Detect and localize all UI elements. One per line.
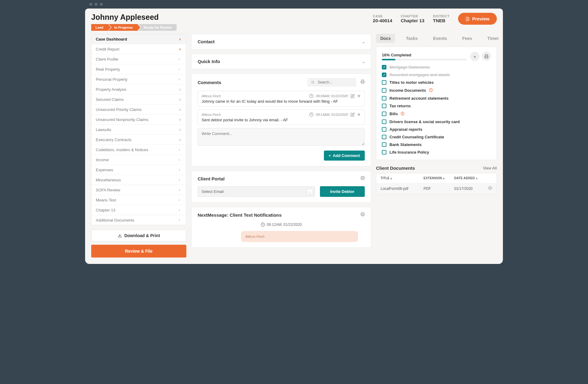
chevron-right-icon: › xyxy=(179,57,180,61)
print-icon xyxy=(484,54,489,59)
col-title-header[interactable]: TITLE◆ xyxy=(381,176,424,180)
stage-in-progress[interactable]: In Progress xyxy=(108,24,138,31)
sidebar-item[interactable]: Executory Contracts›› xyxy=(91,135,186,145)
checkbox[interactable] xyxy=(382,142,386,147)
chevron-right-icon: › xyxy=(179,168,180,172)
checkbox[interactable] xyxy=(382,80,386,85)
print-docs-button[interactable] xyxy=(482,52,491,61)
cell-ext: PDF xyxy=(424,187,454,191)
add-doc-button[interactable]: + xyxy=(470,52,479,61)
doc-checklist-item[interactable]: Recorded mortgages and deeds xyxy=(382,71,491,79)
doc-checklist-item[interactable]: Income Documents ⓘ xyxy=(382,86,491,94)
checkbox[interactable] xyxy=(382,88,386,93)
checkbox[interactable] xyxy=(382,135,386,139)
download-print-button[interactable]: Download & Print xyxy=(91,229,186,242)
stage-lead[interactable]: Lead xyxy=(91,24,108,31)
doc-checklist-item[interactable]: Bills ⓘ xyxy=(382,110,491,118)
checkbox[interactable] xyxy=(382,119,386,124)
col-date-header[interactable]: DATE ADDED◆ xyxy=(454,176,485,180)
close-icon[interactable]: ✕ xyxy=(357,94,361,98)
view-icon[interactable] xyxy=(485,186,492,191)
checkbox[interactable] xyxy=(382,127,386,132)
edit-icon[interactable] xyxy=(350,94,355,98)
sidebar-item[interactable]: Expenses› xyxy=(91,165,186,175)
gear-icon[interactable] xyxy=(360,176,365,181)
sidebar-item[interactable]: Property Analysis›› xyxy=(91,84,186,94)
sidebar-item[interactable]: SOFA Review› xyxy=(91,185,186,195)
sidebar-item[interactable]: Additional Documents› xyxy=(91,215,186,225)
checkbox[interactable] xyxy=(382,65,386,69)
col-ext-header[interactable]: EXTENSION◆ xyxy=(424,176,454,180)
svg-point-9 xyxy=(362,214,363,215)
sidebar-item[interactable]: Lawsuits›› xyxy=(91,125,186,135)
close-icon[interactable]: ✕ xyxy=(357,112,361,117)
doc-checklist-item[interactable]: Tax returns xyxy=(382,102,491,110)
checkbox[interactable] xyxy=(382,112,386,116)
comment-timestamp: 09:13AM, 01/22/2020 xyxy=(316,113,348,116)
chat-bubble: Atticus Finch xyxy=(241,231,358,242)
sidebar-item[interactable]: Unsecured Nonpriority Claims›› xyxy=(91,115,186,125)
select-email-dropdown[interactable]: Select Email ⌵ xyxy=(198,186,315,197)
doc-checklist-item[interactable]: Titles to motor vehicles xyxy=(382,79,491,86)
sidebar-item[interactable]: Codebtors, Insiders & Notices› xyxy=(91,145,186,155)
doc-checklist-item[interactable]: Appraisal reports xyxy=(382,126,491,133)
sidebar-item[interactable]: Credit Report›› xyxy=(91,44,186,54)
doc-checklist-item[interactable]: Mortgage Statements xyxy=(382,63,491,71)
case-value: 20-40014 xyxy=(373,18,392,23)
collapse-icon[interactable]: ⌵ xyxy=(362,39,365,44)
comment-input[interactable] xyxy=(198,128,365,146)
tab-events[interactable]: Events xyxy=(429,34,451,43)
checkbox[interactable] xyxy=(382,73,386,77)
chevron-double-icon: ›› xyxy=(179,107,179,112)
print-icon[interactable] xyxy=(360,80,365,85)
invite-debtor-button[interactable]: Invite Debtor xyxy=(320,186,365,197)
edit-icon[interactable] xyxy=(350,112,355,117)
add-comment-button[interactable]: + Add Comment xyxy=(324,151,365,161)
doc-checklist-item[interactable]: Retirement account statements xyxy=(382,94,491,102)
table-row[interactable]: LocalForm06-pdf PDF 01/17/2020 xyxy=(376,183,497,194)
checkbox[interactable] xyxy=(382,150,386,155)
sidebar-item[interactable]: Chapter 13› xyxy=(91,205,186,215)
progress-fill xyxy=(382,59,395,60)
doc-checklist-item[interactable]: Life Insurance Policy xyxy=(382,148,491,156)
doc-checklist-item[interactable]: Credit Counseling Certificate xyxy=(382,133,491,141)
sidebar-item[interactable]: Case Dashboard›› xyxy=(91,34,186,44)
gear-icon[interactable] xyxy=(360,212,365,218)
stage-breadcrumb: Lead In Progress Ready for Review xyxy=(91,24,177,31)
sidebar-item[interactable]: Secured Claims›› xyxy=(91,94,186,105)
sidebar-item[interactable]: Personal Property› xyxy=(91,74,186,84)
checkbox[interactable] xyxy=(382,96,386,101)
download-label: Download & Print xyxy=(124,233,160,238)
sidebar-item[interactable]: Real Property› xyxy=(91,64,186,74)
view-all-link[interactable]: View All xyxy=(483,166,497,170)
preview-button[interactable]: Preview xyxy=(458,13,497,25)
chevron-right-icon: › xyxy=(179,77,180,81)
sidebar-item[interactable]: Client Profile› xyxy=(91,54,186,64)
chapter-label: CHAPTER xyxy=(401,14,425,18)
sidebar-item[interactable]: Means Test› xyxy=(91,195,186,205)
tab-docs[interactable]: Docs xyxy=(376,34,395,43)
sidebar-item[interactable]: Income› xyxy=(91,155,186,165)
doc-checklist-item[interactable]: Drivers license & social security card xyxy=(382,118,491,126)
doc-checklist-item[interactable]: Bank Statements xyxy=(382,141,491,148)
sidebar-item[interactable]: Unsecured Priority Claims›› xyxy=(91,105,186,115)
chapter-value: Chapter 13 xyxy=(401,18,425,23)
collapse-icon[interactable]: ⌵ xyxy=(362,59,365,64)
tab-timer[interactable]: Timer xyxy=(483,34,503,43)
progress-label: 16% Completed xyxy=(382,53,467,57)
stage-ready-for-review[interactable]: Ready for Review xyxy=(138,24,177,31)
doc-label: Mortgage Statements xyxy=(389,65,430,69)
sidebar-item[interactable]: Miscellaneous› xyxy=(91,175,186,185)
doc-label: Life Insurance Policy xyxy=(389,150,429,155)
sidebar-item-label: Real Property xyxy=(96,67,120,72)
comments-search-input[interactable] xyxy=(318,80,353,84)
tab-fees[interactable]: Fees xyxy=(458,34,476,43)
tab-tasks[interactable]: Tasks xyxy=(402,34,422,43)
browser-chrome xyxy=(85,0,503,9)
checkbox[interactable] xyxy=(382,104,386,108)
chevron-right-icon: › xyxy=(179,67,180,71)
comment-timestamp: 09:09AM, 01/22/2020 xyxy=(316,94,348,98)
comments-search[interactable] xyxy=(307,78,356,87)
contact-panel: Contact ⌵ xyxy=(191,34,371,49)
review-file-button[interactable]: Review & File xyxy=(91,245,186,258)
